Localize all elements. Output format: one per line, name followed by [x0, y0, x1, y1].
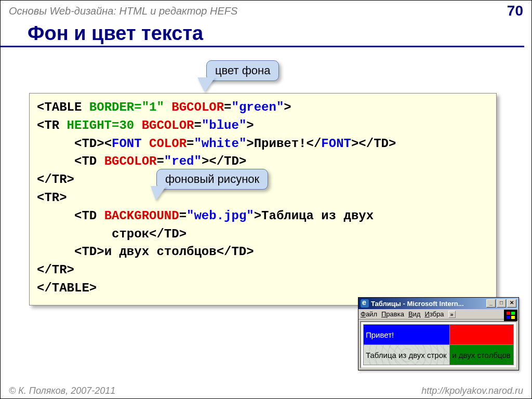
code-text: "red" [164, 154, 202, 168]
cell-green: и двух столбцов [450, 345, 514, 365]
code-text: <TD [74, 209, 104, 223]
code-block: <TABLE BORDER="1" BGCOLOR="green"> <TR H… [29, 93, 497, 305]
cell-web-bg: Таблица из двух строк [364, 345, 450, 365]
menu-edit[interactable]: Правка [381, 310, 404, 318]
sample-table: Привет! Таблица из двух строк и двух сто… [363, 324, 514, 365]
callout-bg-color: цвет фона [206, 60, 279, 81]
code-text: ></TD> [202, 154, 246, 168]
code-text: BACKGROUND [104, 209, 179, 223]
code-text: > [284, 100, 291, 114]
code-text: <TD>и двух столбцов</TD> [74, 245, 254, 259]
code-text: = [194, 118, 201, 132]
ie-icon [361, 299, 369, 308]
code-text: FONT [321, 137, 351, 151]
code-text: = [224, 100, 231, 114]
browser-menubar: Файл Правка Вид Избра » [358, 309, 518, 320]
code-text: FONT [112, 137, 149, 151]
page-number: 70 [507, 3, 523, 19]
code-text: <TR [37, 118, 67, 132]
menu-view[interactable]: Вид [408, 310, 421, 318]
code-text: "web.jpg" [187, 209, 254, 223]
footer-url: http://kpolyakov.narod.ru [421, 385, 523, 396]
menu-favorites[interactable]: Избра [424, 310, 444, 318]
code-text: "green" [232, 100, 284, 114]
footer-copyright: © К. Поляков, 2007-2011 [9, 385, 115, 396]
code-text: BGCOLOR [142, 118, 194, 132]
browser-window: Таблицы - Microsoft Intern... _ □ ✕ Файл… [358, 297, 519, 370]
slide-footer: © К. Поляков, 2007-2011 http://kpolyakov… [1, 385, 531, 396]
callout-label: фоновый рисунок [165, 172, 259, 185]
code-text: <TD>< [74, 137, 112, 151]
code-text: >Привет!</ [246, 137, 321, 151]
menu-more-button[interactable]: » [448, 311, 456, 318]
code-text: </TABLE> [37, 281, 97, 295]
code-indent [37, 137, 74, 151]
code-text: BGCOLOR [104, 154, 157, 168]
callout-tail-icon [151, 186, 166, 201]
browser-title: Таблицы - Microsoft Intern... [371, 300, 485, 308]
code-text: ></TD> [351, 137, 396, 151]
code-text: > [246, 118, 254, 132]
browser-titlebar: Таблицы - Microsoft Intern... _ □ ✕ [358, 298, 518, 309]
slide: Основы Web-дизайна: HTML и редактор HEFS… [0, 0, 532, 399]
code-text: BGCOLOR [171, 100, 224, 114]
code-text: COLOR [149, 137, 187, 151]
cell-red-empty [450, 325, 514, 345]
close-button[interactable]: ✕ [507, 299, 516, 308]
page-title: Фон и цвет текста [1, 19, 524, 47]
code-text: "blue" [202, 118, 246, 132]
code-indent [37, 209, 74, 223]
table-row: Таблица из двух строк и двух столбцов [364, 345, 514, 365]
table-row: Привет! [364, 325, 514, 345]
code-text: = [187, 137, 194, 151]
code-text: "white" [194, 137, 246, 151]
callout-label: цвет фона [215, 64, 270, 77]
code-text: = [156, 154, 164, 168]
slide-header: Основы Web-дизайна: HTML и редактор HEFS… [1, 1, 531, 19]
code-text: <TR> [37, 191, 67, 205]
code-indent [37, 245, 74, 259]
code-text: <TABLE [37, 100, 89, 114]
browser-content: Привет! Таблица из двух строк и двух сто… [360, 321, 517, 368]
code-text: строк</TD> [37, 227, 187, 241]
code-text: </TR> [37, 263, 74, 277]
code-text: <TD [74, 154, 104, 168]
code-text: >Таблица из двух [254, 209, 374, 223]
code-text: = [179, 209, 187, 223]
code-text: </TR> [37, 172, 74, 187]
callout-tail-icon [197, 77, 215, 92]
cell-hello: Привет! [364, 325, 450, 345]
menu-file[interactable]: Файл [361, 310, 377, 318]
header-subject: Основы Web-дизайна: HTML и редактор HEFS [9, 5, 237, 17]
callout-bg-image: фоновый рисунок [156, 169, 268, 190]
minimize-button[interactable]: _ [486, 299, 496, 308]
code-text: BORDER="1" [89, 100, 171, 114]
code-indent [37, 154, 74, 168]
windows-logo-icon [504, 310, 517, 321]
code-text: HEIGHT=30 [67, 118, 142, 132]
maximize-button[interactable]: □ [497, 299, 506, 308]
